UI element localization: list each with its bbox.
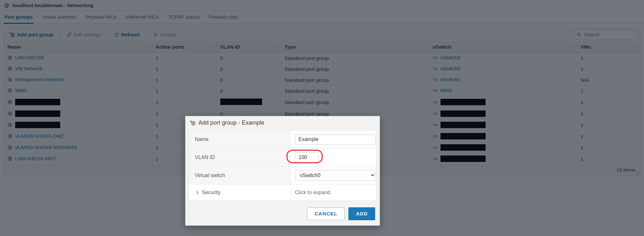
virtual-switch-label: Virtual switch (189, 166, 290, 184)
add-port-group-icon (190, 120, 196, 126)
security-label: Security (202, 190, 221, 195)
vlan-id-input[interactable] (295, 152, 319, 163)
name-label: Name (189, 130, 290, 148)
vlan-id-label: VLAN ID (189, 148, 290, 166)
cancel-button[interactable]: CANCEL (307, 207, 345, 220)
chevron-right-icon (195, 190, 200, 195)
modal-header: Add port group - Example (185, 116, 380, 129)
add-port-group-modal: Add port group - Example Name VLAN ID Vi… (185, 116, 380, 226)
add-button[interactable]: ADD (348, 207, 375, 220)
security-hint: Click to expand (295, 190, 330, 195)
security-expand-row[interactable]: Security Click to expand (189, 184, 376, 201)
modal-title: Add port group - Example (198, 119, 264, 126)
name-input[interactable] (295, 134, 375, 145)
virtual-switch-select[interactable]: vSwitch0 (295, 170, 375, 181)
